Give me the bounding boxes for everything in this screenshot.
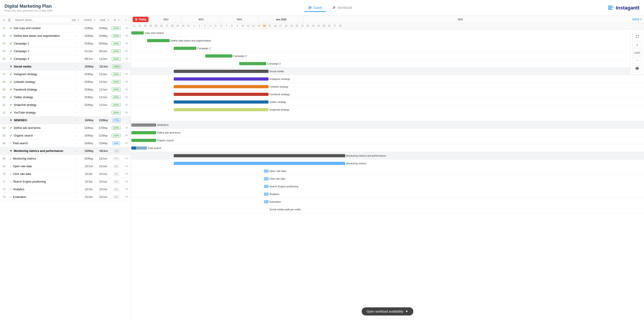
check-icon: ○ [10, 156, 12, 161]
group-collapse-icon[interactable]: ▼ [10, 65, 12, 68]
table-row: 69 ○ Open rate data - 15/Jun 15/Jun 0% N… [0, 162, 131, 170]
gantt-bar-label: Analytics [270, 193, 279, 196]
cell-due: 22/May [96, 118, 111, 123]
cell-task: ○ Click rate data [8, 171, 71, 177]
zoom-out-button[interactable]: − [632, 57, 642, 64]
gantt-bar [131, 139, 156, 142]
map-icon [636, 66, 639, 70]
sort-arrow-due: ▼ [107, 19, 109, 21]
task-name: Snapchat strategy [14, 103, 36, 106]
cell-pct: 30% [110, 140, 122, 146]
group-collapse-icon[interactable]: ▼ [10, 118, 12, 122]
row-num: 53 [0, 41, 8, 46]
check-icon: ○ [10, 172, 12, 176]
row-num: 52 [0, 34, 8, 38]
cell-eh: - [71, 72, 82, 77]
cell-eh: - [71, 164, 82, 169]
minus-icon: − [636, 58, 638, 62]
check-icon: ✔ [10, 126, 12, 130]
cell-start: 25/May [82, 148, 96, 154]
cell-start: 18/May [82, 34, 96, 38]
task-name: Facebook strategy [14, 88, 37, 91]
day-24b: 24 [316, 23, 321, 29]
check-icon: ✔ [10, 57, 12, 61]
group-collapse-icon[interactable]: ▼ [10, 149, 12, 152]
tab-gantt[interactable]: Gantt [304, 4, 326, 12]
cell-start: 25/May [82, 80, 96, 84]
cell-task: ○ Open rate data [8, 164, 71, 169]
today-button[interactable]: Today [133, 17, 148, 22]
gantt-bar [174, 85, 268, 88]
gantt-bar [205, 54, 232, 58]
sort-arrow-start: ▼ [94, 19, 96, 21]
table-row: 51 ✔ Get copy and content - 15/May 15/Ma… [0, 24, 131, 32]
check-icon: ✔ [10, 95, 12, 99]
cell-pct: 0% [110, 156, 122, 161]
tab-workload[interactable]: Workload [328, 4, 356, 12]
task-name: LinkedIn strategy [14, 80, 35, 84]
table-row: 65 ✔ Organic search - 18/May 22/May 100%… [0, 132, 131, 140]
gantt-bar [174, 108, 268, 111]
cell-eh: - [71, 194, 82, 200]
cell-due: 29/May [96, 41, 110, 46]
gantt-row: LinkedIn strategy [131, 83, 644, 90]
day-3: 3 [202, 23, 208, 29]
row-num: 70 [0, 172, 8, 176]
logo: Instagantt [608, 5, 640, 11]
row-num: 66 [0, 141, 8, 146]
chevron-down-icon: ▼ [405, 310, 408, 313]
header: Digital Marketing Plan Read-only view, g… [0, 0, 644, 16]
cell-pct: 100% [110, 56, 122, 62]
cell-eh: - [71, 64, 82, 69]
cell-pct: 100% [110, 26, 122, 31]
cell-nn: NN [122, 126, 131, 130]
map-view-button[interactable] [632, 65, 642, 72]
cell-due: 12/Jun [96, 80, 110, 84]
task-name: Campaign 1 [14, 42, 29, 45]
workload-availability-button[interactable]: Open workload availability ▼ [362, 307, 414, 316]
gantt-bar-label: Click rate data [270, 178, 285, 180]
gantt-bar-label: Paid search [148, 147, 161, 150]
check-icon: ✔ [10, 41, 12, 46]
cell-pct: 100% [110, 102, 122, 108]
cell-eh: - [71, 49, 82, 54]
start-col-header: START [83, 19, 93, 22]
search-input[interactable] [13, 17, 70, 23]
sort-arrow-eh: ▼ [78, 19, 80, 21]
day-15: 15 [267, 23, 272, 29]
cell-task: ✔ Define data bases and segmentation [8, 33, 71, 39]
gantt-header: Today W22 W23 W24 Jun 2020 W26 DAYS ▼ [131, 16, 644, 29]
check-icon: ✔ [10, 110, 12, 115]
gantt-row: Click rate data [131, 175, 644, 182]
cell-pct: 100% [111, 64, 122, 69]
gantt-row: Paid search [131, 144, 644, 152]
cell-nn: NN [122, 103, 131, 107]
svg-rect-12 [637, 67, 638, 70]
cell-pct: 100% [110, 133, 122, 138]
gantt-bar-label: LinkedIn strategy [270, 85, 288, 88]
cell-pct: 100% [110, 79, 122, 84]
zoom-in-button[interactable]: + [632, 42, 642, 48]
gantt-bar [174, 47, 196, 50]
cell-start: 25/May [82, 87, 96, 92]
gantt-bar [264, 170, 268, 173]
day-24: 24 [148, 23, 154, 29]
day-6: 6 [218, 23, 224, 29]
zoom-level: 100% [632, 50, 642, 56]
task-name: Paid search [13, 142, 28, 145]
back-arrow-button[interactable]: ← [124, 18, 129, 22]
task-name: Define ads and terms [14, 126, 40, 130]
cell-eh: - [71, 141, 82, 146]
task-name: Analytics [13, 188, 24, 191]
gantt-bar-label: SEM/SEO: [157, 124, 169, 126]
check-icon: ✔ [10, 103, 12, 107]
gantt-row: Evaluation [131, 198, 644, 206]
cell-task: ✔ Campaign 3 [8, 56, 71, 62]
fit-button[interactable] [632, 34, 642, 40]
gantt-bar-label: Campaign 3 [267, 62, 280, 65]
cell-nn [122, 66, 131, 68]
gantt-bar [174, 93, 268, 96]
gantt-row: Snapchat strategy [131, 106, 644, 114]
add-row-button[interactable]: + [2, 18, 6, 22]
grid-toggle-button[interactable]: ☷ [7, 18, 12, 22]
